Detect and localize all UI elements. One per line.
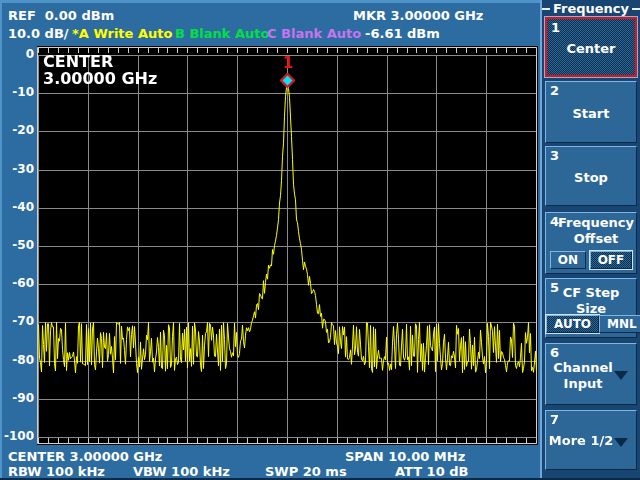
dropdown-arrow-icon — [614, 371, 628, 380]
ref-level-readout: REF 0.00 dBm — [8, 8, 114, 23]
center-overlay-line1: CENTER — [43, 53, 157, 70]
marker-freq-readout: MKR 3.00000 GHz — [353, 8, 483, 23]
status-att: ATT 10 dB — [395, 464, 468, 479]
status-rbw: RBW 100 kHz — [8, 464, 105, 479]
softkey-label: More 1/2 — [536, 433, 626, 449]
marker-1-label: 1 — [283, 54, 293, 72]
softkey-number: 3 — [550, 148, 559, 163]
trace-b-status: B Blank Auto — [175, 26, 269, 41]
softkey-center[interactable]: 1 Center — [545, 17, 637, 77]
trace-a-status: *A Write Auto — [72, 26, 172, 41]
y-axis-label: -90 — [0, 391, 34, 405]
menu-title-row: Frequency — [542, 1, 640, 16]
y-axis-label: 0 — [0, 47, 34, 61]
toggle-auto-button[interactable]: AUTO — [546, 315, 599, 333]
scale-readout: 10.0 dB/ — [8, 26, 69, 41]
softkey-number: 7 — [550, 412, 559, 427]
status-center-freq: CENTER 3.00000 GHz — [8, 449, 162, 464]
softkey-channel-input[interactable]: 6 Channel Input — [545, 343, 637, 405]
menu-title: Frequency — [550, 1, 632, 16]
marker-ampl-readout: -6.61 dBm — [365, 26, 440, 41]
y-axis-label: -100 — [0, 429, 34, 443]
softkey-number: 6 — [550, 345, 559, 360]
softkey-label: CF Step Size — [546, 285, 636, 317]
center-overlay-line2: 3.00000 GHz — [43, 70, 157, 87]
dropdown-arrow-icon — [614, 438, 628, 447]
on-off-toggle: ON OFF — [546, 251, 636, 269]
toggle-off-button[interactable]: OFF — [590, 251, 633, 269]
softkey-label: Stop — [546, 170, 636, 186]
y-axis-label: -40 — [0, 200, 34, 214]
softkey-menu: Frequency 1 Center 2 Start 3 Stop 4 Freq… — [540, 0, 640, 478]
menu-title-rule — [632, 8, 640, 10]
spectrum-plot: CENTER 3.00000 GHz 1 — [37, 46, 538, 445]
toggle-on-button[interactable]: ON — [550, 251, 586, 269]
softkey-label: Center — [547, 41, 635, 57]
softkey-number: 2 — [550, 83, 559, 98]
y-axis-label: -30 — [0, 162, 34, 176]
center-frequency-overlay: CENTER 3.00000 GHz — [43, 53, 157, 87]
menu-title-rule — [542, 8, 550, 10]
status-bar: CENTER 3.00000 GHz SPAN 10.00 MHz RBW 10… — [0, 447, 540, 478]
auto-mnl-toggle: AUTO MNL — [546, 315, 636, 333]
softkey-start[interactable]: 2 Start — [545, 81, 637, 143]
toggle-mnl-button[interactable]: MNL — [599, 315, 640, 333]
softkey-more[interactable]: 7 More 1/2 — [545, 410, 637, 470]
softkey-cf-step-size[interactable]: 5 CF Step Size AUTO MNL — [545, 278, 637, 338]
y-axis-label: -50 — [0, 238, 34, 252]
softkey-frequency-offset[interactable]: 4 Frequency Offset ON OFF — [545, 212, 637, 274]
y-axis-label: -20 — [0, 123, 34, 137]
y-axis: 0-10-20-30-40-50-60-70-80-90-100 — [0, 46, 34, 445]
y-axis-label: -80 — [0, 353, 34, 367]
softkey-number: 1 — [551, 20, 560, 35]
y-axis-label: -10 — [0, 85, 34, 99]
status-vbw: VBW 100 kHz — [133, 464, 230, 479]
status-swp: SWP 20 ms — [265, 464, 347, 479]
trace-c-status: C Blank Auto — [267, 26, 361, 41]
y-axis-label: -70 — [0, 314, 34, 328]
status-span: SPAN 10.00 MHz — [345, 449, 465, 464]
spectrum-analyzer-screen: REF 0.00 dBm 10.0 dB/ *A Write Auto B Bl… — [0, 0, 640, 480]
softkey-label: Start — [546, 106, 636, 122]
softkey-label: Frequency Offset — [554, 215, 638, 247]
softkey-stop[interactable]: 3 Stop — [545, 146, 637, 206]
trace-canvas — [37, 46, 538, 445]
y-axis-label: -60 — [0, 276, 34, 290]
